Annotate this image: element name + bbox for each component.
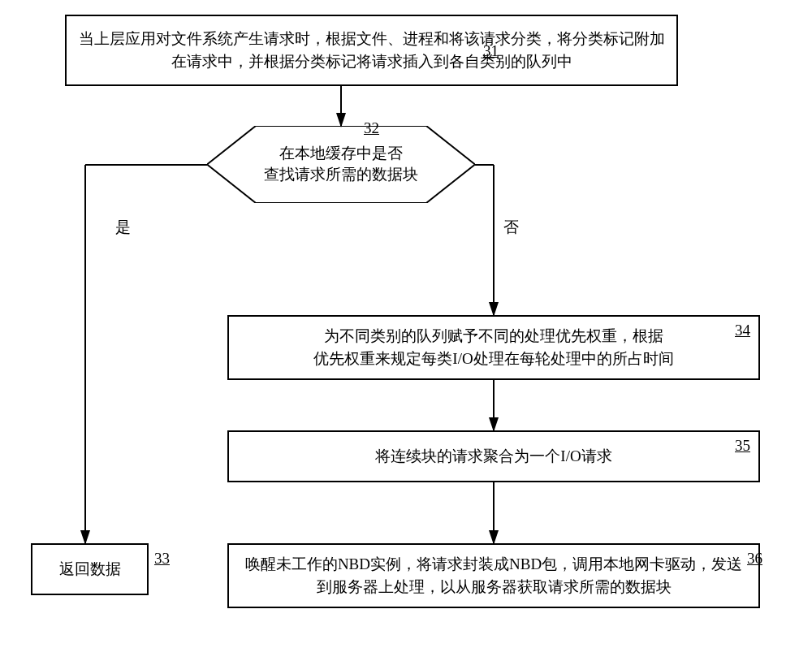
box36-text: 唤醒未工作的NBD实例，将请求封装成NBD包，调用本地网卡驱动，发送到服务器上处… bbox=[240, 553, 747, 598]
label-yes: 是 bbox=[115, 217, 131, 238]
process-box-34: 为不同类别的队列赋予不同的处理优先权重，根据 优先权重来规定每类I/O处理在每轮… bbox=[227, 315, 760, 380]
box35-num: 35 bbox=[735, 437, 750, 455]
decision32-text: 在本地缓存中是否 查找请求所需的数据块 bbox=[207, 143, 475, 186]
box34-num: 34 bbox=[735, 322, 750, 339]
box34-text: 为不同类别的队列赋予不同的处理优先权重，根据 优先权重来规定每类I/O处理在每轮… bbox=[313, 325, 673, 369]
process-box-33: 返回数据 bbox=[31, 543, 149, 595]
decision32-num: 32 bbox=[364, 119, 379, 137]
box33-num: 33 bbox=[154, 550, 170, 568]
box31-text: 当上层应用对文件系统产生请求时，根据文件、进程和将该请求分类，将分类标记附加在请… bbox=[78, 28, 665, 72]
label-no: 否 bbox=[503, 217, 519, 238]
process-box-35: 将连续块的请求聚合为一个I/O请求 bbox=[227, 430, 760, 482]
decision-32: 在本地缓存中是否 查找请求所需的数据块 bbox=[207, 126, 475, 203]
process-box-31: 当上层应用对文件系统产生请求时，根据文件、进程和将该请求分类，将分类标记附加在请… bbox=[65, 15, 678, 86]
box35-text: 将连续块的请求聚合为一个I/O请求 bbox=[375, 445, 611, 468]
process-box-36: 唤醒未工作的NBD实例，将请求封装成NBD包，调用本地网卡驱动，发送到服务器上处… bbox=[227, 543, 760, 608]
box33-text: 返回数据 bbox=[59, 558, 121, 581]
box31-num: 31 bbox=[483, 42, 499, 60]
box36-num: 36 bbox=[747, 550, 762, 568]
